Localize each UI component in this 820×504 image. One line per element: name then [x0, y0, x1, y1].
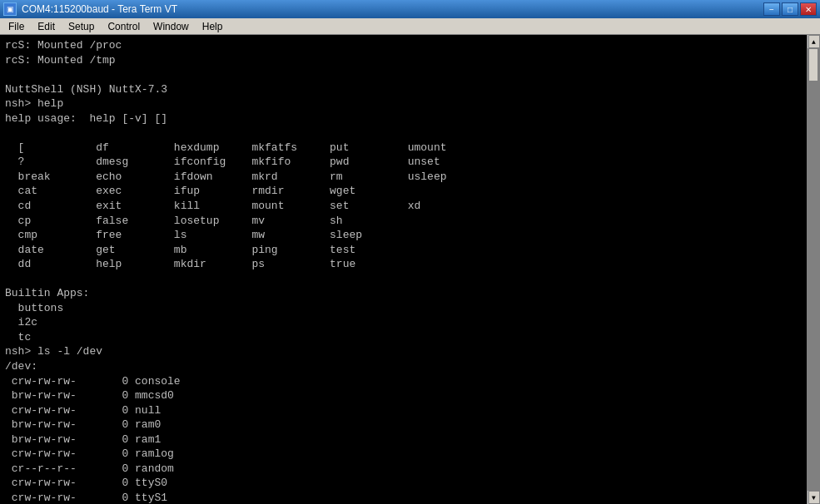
menu-file[interactable]: File [2, 20, 31, 33]
app-icon: ▣ [3, 2, 17, 16]
menu-window[interactable]: Window [147, 20, 196, 33]
scrollbar-thumb[interactable] [808, 48, 818, 82]
menubar: File Edit Setup Control Window Help [0, 18, 820, 35]
menu-help[interactable]: Help [196, 20, 230, 33]
scrollbar-track[interactable] [808, 48, 820, 491]
scroll-down-button[interactable]: ▼ [808, 491, 820, 504]
window-controls: − □ ✕ [763, 2, 817, 16]
menu-control[interactable]: Control [101, 20, 147, 33]
maximize-button[interactable]: □ [782, 2, 798, 16]
close-button[interactable]: ✕ [800, 2, 817, 16]
window-title: COM4:115200baud - Tera Term VT [22, 3, 763, 15]
minimize-button[interactable]: − [763, 2, 780, 16]
menu-edit[interactable]: Edit [31, 20, 62, 33]
scroll-up-button[interactable]: ▲ [808, 35, 820, 48]
titlebar: ▣ COM4:115200baud - Tera Term VT − □ ✕ [0, 0, 820, 18]
menu-setup[interactable]: Setup [62, 20, 101, 33]
scrollbar[interactable]: ▲ ▼ [807, 35, 820, 504]
terminal-output[interactable]: rcS: Mounted /proc rcS: Mounted /tmp Nut… [0, 35, 807, 504]
terminal-window[interactable]: rcS: Mounted /proc rcS: Mounted /tmp Nut… [0, 35, 820, 504]
